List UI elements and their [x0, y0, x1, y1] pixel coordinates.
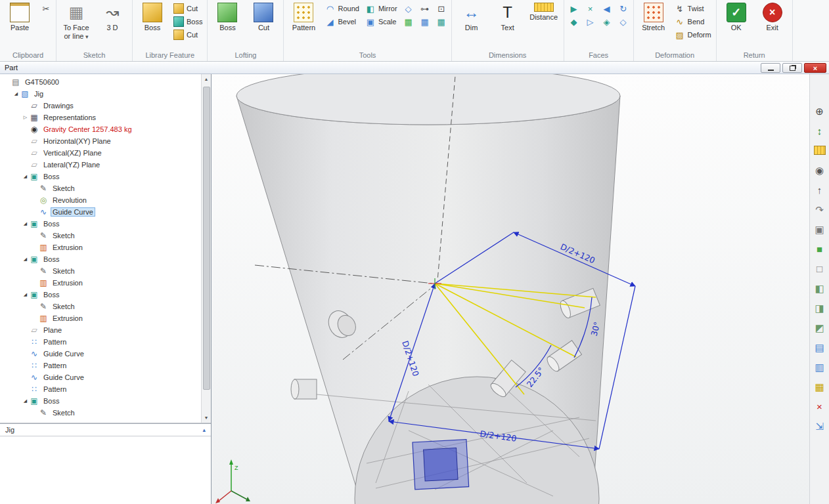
ribbon-button-boss[interactable]: Boss	[172, 16, 204, 28]
notebook-button[interactable]: ▥	[813, 360, 827, 373]
tree-item-boss[interactable]: ◢▣Boss	[0, 171, 201, 182]
face-replace-button[interactable]: ▷	[584, 16, 597, 28]
ribbon-button-exit[interactable]: ×Exit	[756, 1, 789, 33]
delete-button[interactable]: ×	[813, 400, 827, 413]
expander-open-icon[interactable]: ◢	[21, 292, 30, 297]
tree-scrollbar[interactable]: ▲ ▼	[201, 74, 211, 423]
splitter-marker-icon[interactable]: ▴	[202, 427, 206, 433]
tree-item-guide-curve[interactable]: ∿Guide Curve	[0, 348, 201, 360]
ribbon-button-round[interactable]: ◠Round	[323, 3, 360, 14]
tree-item-jig[interactable]: ◢▧Jig	[0, 88, 201, 100]
ruler-button[interactable]	[813, 144, 827, 157]
ribbon-button-cut[interactable]: Cut	[172, 29, 204, 41]
viewport-canvas[interactable]: D/2+120 D/2+120 D/2+120 30° 22.5°	[212, 74, 809, 504]
tree-item-sketch[interactable]: ✎Sketch	[0, 230, 201, 242]
tree-item-extrusion[interactable]: ▥Extrusion	[0, 277, 201, 289]
ribbon-button-boss[interactable]: Boss	[211, 1, 244, 33]
expander-open-icon[interactable]: ◢	[21, 221, 30, 226]
scroll-up-icon[interactable]: ▲	[204, 74, 209, 84]
tree-item-horizontal-xy-plane[interactable]: ▱Horizontal(XY) Plane	[0, 135, 201, 147]
tree-item-extrusion[interactable]: ▥Extrusion	[0, 312, 201, 324]
expander-open-icon[interactable]: ◢	[12, 91, 20, 96]
diamond-button[interactable]: ◇	[402, 3, 415, 14]
top-view-button[interactable]: ◧	[813, 282, 827, 295]
scrollbar-thumb[interactable]	[203, 87, 210, 390]
ribbon-button-bend[interactable]: ∿Bend	[673, 16, 713, 28]
ribbon-button-scale[interactable]: ▣Scale	[364, 16, 399, 28]
ribbon-button-cut[interactable]: Cut	[247, 1, 280, 33]
curve-button[interactable]: ↷	[813, 203, 827, 216]
solid-cube-button[interactable]: ■	[813, 242, 827, 255]
tree-item-vertical-xz-plane[interactable]: ▱Vertical(XZ) Plane	[0, 147, 201, 159]
face-match-button[interactable]: ◈	[600, 16, 614, 28]
tree-item-g4t50600[interactable]: ▤G4T50600	[0, 76, 201, 88]
ribbon-button-3-d[interactable]: ↝3 D	[96, 1, 129, 33]
tree-item-guide-curve[interactable]: ∿Guide Curve	[0, 371, 201, 383]
ribbon-button-twist[interactable]: ↯Twist	[673, 3, 713, 14]
tree-item-sketch[interactable]: ✎Sketch	[0, 182, 201, 194]
drawer-button[interactable]: ▦	[813, 380, 827, 393]
restore-button[interactable]	[782, 63, 802, 73]
scroll-down-icon[interactable]: ▼	[204, 413, 209, 423]
base-plate[interactable]	[413, 440, 469, 490]
tree-item-pattern[interactable]: ∷Pattern	[0, 336, 201, 348]
expander-open-icon[interactable]: ◢	[21, 398, 30, 404]
ribbon-button-cut[interactable]: Cut	[172, 3, 204, 14]
tree-item-lateral-yz-plane[interactable]: ▱Lateral(YZ) Plane	[0, 159, 201, 171]
tree-item-representations[interactable]: ▷▦Representations	[0, 112, 201, 123]
front-view-button[interactable]: ◨	[813, 301, 827, 314]
tree-item-revolution[interactable]: ◎Revolution	[0, 194, 201, 206]
scissors-button[interactable]: ✂	[39, 3, 53, 14]
tree-item-pattern[interactable]: ∷Pattern	[0, 360, 201, 371]
ribbon-button-ok[interactable]: ✓OK	[720, 1, 753, 33]
face-delete-button[interactable]: ×	[584, 3, 597, 14]
tree-item-extrusion[interactable]: ▥Extrusion	[0, 242, 201, 253]
ribbon-button-deform[interactable]: ▨Deform	[673, 29, 713, 41]
ribbon-button-paste[interactable]: Paste	[3, 1, 36, 33]
tree-item-gravity-center-1257-483-kg[interactable]: ◉Gravity Center 1257.483 kg	[0, 123, 201, 135]
face-offset-button[interactable]: ◆	[568, 16, 581, 28]
minimize-button[interactable]	[761, 63, 780, 73]
ribbon-button-bevel[interactable]: ◢Bevel	[323, 16, 360, 28]
pin-button[interactable]: ⊕	[813, 104, 827, 117]
grid-blue-button[interactable]: ▦	[418, 16, 432, 28]
fit-height-button[interactable]: ↕	[813, 124, 827, 137]
tree-item-boss[interactable]: ◢▣Boss	[0, 218, 201, 230]
expander-closed-icon[interactable]: ▷	[21, 115, 30, 120]
tree-item-sketch[interactable]: ✎Sketch	[0, 301, 201, 312]
tree-item-boss[interactable]: ◢▣Boss	[0, 253, 201, 265]
expander-open-icon[interactable]: ◢	[21, 174, 30, 179]
pan-button[interactable]: ⇲	[813, 419, 827, 432]
view-orient-button[interactable]: ▣	[813, 222, 827, 236]
tree-item-drawings[interactable]: ▱Drawings	[0, 100, 201, 112]
snap-circle-button[interactable]: ◉	[813, 163, 827, 177]
tree-item-sketch[interactable]: ✎Sketch	[0, 407, 201, 419]
ribbon-button-pattern[interactable]: Pattern	[287, 1, 320, 33]
lock-button[interactable]: ⊡	[435, 3, 448, 14]
close-button[interactable]: ×	[804, 63, 826, 73]
ribbon-button-stretch[interactable]: Stretch	[637, 1, 670, 33]
ribbon-button-boss[interactable]: Boss	[136, 1, 169, 33]
wire-cube-button[interactable]: □	[813, 262, 827, 275]
tree-item-plane[interactable]: ▱Plane	[0, 324, 201, 336]
face-rotate-button[interactable]: ↻	[617, 3, 630, 14]
ribbon-button-distance[interactable]: Distance	[527, 1, 560, 23]
grid-teal-button[interactable]: ▦	[435, 16, 448, 28]
key-button[interactable]: ⊶	[418, 3, 432, 14]
arrow-up-button[interactable]: ↑	[813, 183, 827, 196]
viewport-3d[interactable]: D/2+120 D/2+120 D/2+120 30° 22.5°	[212, 74, 809, 504]
grid-green-button[interactable]: ▦	[402, 16, 415, 28]
tree-item-pattern[interactable]: ∷Pattern	[0, 383, 201, 395]
tree-item-sketch[interactable]: ✎Sketch	[0, 265, 201, 277]
ribbon-button-mirror[interactable]: ◧Mirror	[364, 3, 399, 14]
face-move-button[interactable]: ▶	[568, 3, 581, 14]
bottom-panel-header[interactable]: Jig ▴	[0, 423, 211, 436]
tree-item-boss[interactable]: ◢▣Boss	[0, 395, 201, 407]
layers-button[interactable]: ▤	[813, 341, 827, 354]
tree-item-guide-curve[interactable]: ∿Guide Curve	[0, 206, 201, 218]
face-split-button[interactable]: ◇	[617, 16, 630, 28]
ribbon-button-text[interactable]: TText	[491, 1, 524, 33]
iso-view-button[interactable]: ◩	[813, 321, 827, 334]
tree-item-boss[interactable]: ◢▣Boss	[0, 289, 201, 301]
face-copy-button[interactable]: ◀	[600, 3, 614, 14]
